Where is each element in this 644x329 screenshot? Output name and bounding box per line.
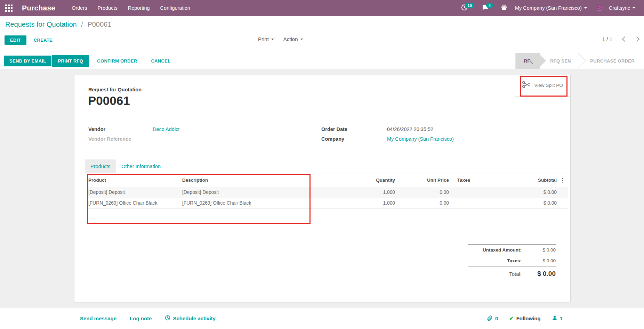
col-description[interactable]: Description [182, 174, 287, 187]
confirm-order-button[interactable]: CONFIRM ORDER [91, 55, 143, 67]
gift-icon [501, 4, 507, 12]
rewards-button[interactable] [497, 4, 511, 12]
view-split-po-button[interactable]: View Split PO [522, 80, 564, 91]
cell-taxes [449, 198, 501, 208]
totals-summary: Untaxed Amount: $ 0.00 Taxes: $ 0.00 Tot… [468, 244, 556, 281]
attachments-button[interactable]: 0 [487, 315, 498, 322]
pager: 1 / 1 [602, 36, 639, 42]
log-note-button[interactable]: Log note [130, 315, 152, 321]
cell-subtotal: $ 0.00 [501, 198, 557, 208]
notebook-tabs: Products Other Information [85, 159, 567, 173]
systray: 10 4 My Company (San Francisco) S Crafts… [457, 3, 639, 13]
total-row: Total: $ 0.00 [468, 266, 556, 281]
chevron-down-icon [633, 7, 635, 9]
tab-other-information[interactable]: Other Information [116, 159, 166, 173]
view-split-po-label: View Split PO [534, 82, 563, 89]
col-unit-price[interactable]: Unit Price [395, 174, 449, 187]
action-dropdown[interactable]: Action [283, 36, 303, 42]
vendor-field: Vendor Deco Addict [88, 124, 304, 134]
app-title[interactable]: Purchase [22, 4, 55, 12]
col-subtotal[interactable]: Subtotal [501, 174, 557, 187]
print-dropdown[interactable]: Print [258, 36, 274, 42]
company-switcher[interactable]: My Company (San Francisco) [511, 5, 591, 11]
breadcrumb-parent-link[interactable]: Requests for Quotation [5, 20, 77, 28]
order-lines-table: Product Description Quantity Unit Price … [88, 174, 568, 209]
vendor-value-link[interactable]: Deco Addict [153, 126, 179, 132]
send-message-button[interactable]: Send message [80, 315, 116, 321]
cell-subtotal: $ 0.00 [501, 187, 557, 198]
menu-orders[interactable]: Orders [66, 0, 92, 16]
control-panel-buttons: EDIT CREATE [5, 35, 53, 45]
action-dropdown-label: Action [283, 36, 298, 42]
follower-count: 1 [560, 315, 563, 321]
status-step-purchase-order[interactable]: PURCHASE ORDER [580, 53, 641, 69]
company-field: Company My Company (San Francisco) [321, 134, 551, 144]
pager-next-icon[interactable] [634, 36, 640, 42]
apps-menu-icon[interactable] [5, 5, 13, 12]
company-name: My Company (San Francisco) [515, 5, 582, 11]
following-toggle[interactable]: ✔ Following [509, 315, 540, 322]
top-navbar: Purchase Orders Products Reporting Confi… [0, 0, 644, 16]
print-rfq-button[interactable]: PRINT RFQ [52, 55, 89, 67]
pager-value: 1 / 1 [602, 36, 612, 42]
chatter-status: 0 ✔ Following 1 [487, 315, 563, 322]
schedule-activity-button[interactable]: Schedule activity [165, 315, 216, 322]
vendor-reference-field: Vendor Reference [88, 134, 304, 144]
user-menu[interactable]: Craftsync [605, 5, 639, 11]
edit-button[interactable]: EDIT [5, 35, 26, 45]
messages-button[interactable]: 4 [478, 4, 497, 12]
record-title: P00061 [88, 94, 130, 108]
cell-taxes [449, 187, 501, 198]
followers-button[interactable]: 1 [552, 315, 563, 322]
col-quantity[interactable]: Quantity [287, 174, 395, 187]
scissors-icon [522, 80, 531, 91]
clock-icon [165, 315, 170, 322]
chevron-down-icon [584, 7, 587, 9]
send-by-email-button[interactable]: SEND BY EMAIL [4, 56, 51, 66]
activities-button[interactable]: 10 [457, 4, 478, 12]
field-group-left: Vendor Deco Addict Vendor Reference [88, 124, 304, 144]
untaxed-amount-label: Untaxed Amount: [468, 247, 528, 253]
table-header-row: Product Description Quantity Unit Price … [88, 174, 568, 187]
cell-quantity: 1.000 [287, 198, 395, 208]
table-row[interactable]: [Deposit] Deposit [Deposit] Deposit 1.00… [88, 187, 568, 198]
attachment-count: 0 [495, 315, 498, 321]
create-button[interactable]: CREATE [34, 38, 53, 43]
chevron-down-icon [300, 39, 303, 40]
cancel-button[interactable]: CANCEL [145, 55, 176, 67]
col-product[interactable]: Product [88, 174, 182, 187]
control-panel: Requests for Quotation / P00061 EDIT CRE… [0, 16, 644, 53]
optional-columns-icon[interactable]: ⋮ [557, 174, 568, 187]
chevron-down-icon [271, 39, 274, 40]
statusbar-buttons: SEND BY EMAIL PRINT RFQ CONFIRM ORDER CA… [4, 55, 176, 67]
menu-products[interactable]: Products [92, 0, 122, 16]
total-label: Total: [468, 271, 528, 277]
chatter: Send message Log note Schedule activity … [0, 308, 644, 329]
taxes-value: $ 0.00 [528, 258, 556, 263]
breadcrumb-current: P00061 [87, 20, 111, 28]
cell-product: [FURN_0269] Office Chair Black [88, 198, 182, 208]
print-dropdown-label: Print [258, 36, 269, 42]
order-date-value[interactable]: 04/26/2022 20:35:52 [387, 126, 433, 132]
menu-configuration[interactable]: Configuration [155, 0, 195, 16]
order-date-label: Order Date [321, 126, 387, 132]
vendor-reference-label: Vendor Reference [88, 136, 153, 142]
activity-count-badge: 10 [465, 3, 474, 8]
form-sheet: View Split PO Request for Quotation P000… [74, 75, 571, 302]
status-step-rfq[interactable]: RFQ [516, 53, 540, 69]
user-avatar[interactable]: S [594, 3, 604, 13]
status-steps: RFQ RFQ SENT PURCHASE ORDER [515, 53, 641, 69]
menu-reporting[interactable]: Reporting [123, 0, 155, 16]
table-row[interactable]: [FURN_0269] Office Chair Black [FURN_026… [88, 198, 568, 208]
cell-description: [FURN_0269] Office Chair Black [182, 198, 287, 208]
breadcrumb: Requests for Quotation / P00061 [5, 20, 111, 28]
following-label: Following [516, 315, 541, 321]
company-label: Company [321, 136, 387, 142]
col-taxes[interactable]: Taxes [449, 174, 501, 187]
pager-previous-icon[interactable] [622, 36, 628, 42]
company-value-link[interactable]: My Company (San Francisco) [387, 136, 454, 142]
untaxed-amount-value: $ 0.00 [528, 247, 556, 253]
breadcrumb-separator: / [79, 20, 86, 28]
tab-products[interactable]: Products [85, 159, 116, 173]
cell-quantity: 1.000 [287, 187, 395, 198]
